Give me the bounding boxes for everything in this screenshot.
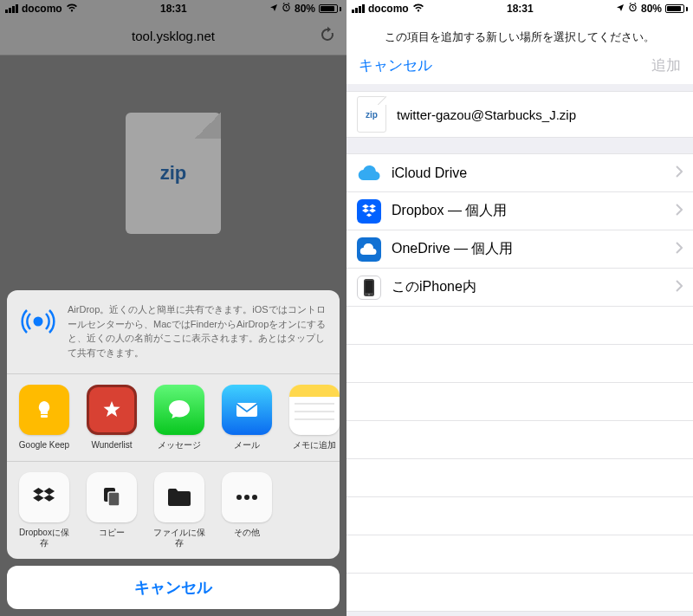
battery-icon bbox=[665, 4, 688, 13]
action-label: ファイルに保存 bbox=[151, 528, 208, 548]
signal-icon bbox=[352, 4, 365, 13]
share-app-messages[interactable]: メッセージ bbox=[151, 385, 208, 451]
share-actions-row[interactable]: Dropboxに保存 コピー ファイルに保存 その他 bbox=[7, 462, 340, 559]
zip-file-icon: zip bbox=[357, 96, 386, 133]
location-this-iphone[interactable]: このiPhone内 bbox=[346, 269, 693, 307]
location-label: Dropbox — 個人用 bbox=[392, 202, 664, 220]
share-app-notes[interactable]: メモに追加 bbox=[286, 385, 340, 451]
wifi-icon bbox=[412, 3, 424, 15]
location-label: このiPhone内 bbox=[392, 278, 664, 296]
iphone-icon bbox=[357, 276, 381, 300]
filename-label: twitter-gazou@Starbucks_J.zip bbox=[397, 107, 576, 122]
svg-rect-11 bbox=[366, 281, 373, 293]
location-icloud-drive[interactable]: iCloud Drive bbox=[346, 154, 693, 192]
share-app-mail[interactable]: メール bbox=[218, 385, 275, 451]
share-app-wunderlist[interactable]: Wunderlist bbox=[83, 385, 140, 451]
action-copy[interactable]: コピー bbox=[83, 472, 140, 548]
action-label: コピー bbox=[83, 528, 140, 538]
svg-rect-2 bbox=[41, 415, 48, 418]
location-label: OneDrive — 個人用 bbox=[392, 240, 664, 258]
share-app-google-keep[interactable]: Google Keep bbox=[16, 385, 73, 451]
icloud-icon bbox=[357, 161, 381, 185]
svg-point-12 bbox=[368, 294, 370, 295]
action-save-files[interactable]: ファイルに保存 bbox=[151, 472, 208, 548]
location-icon bbox=[616, 3, 625, 15]
status-bar: docomo 18:31 80% bbox=[346, 0, 693, 17]
cancel-button[interactable]: キャンセル bbox=[359, 55, 432, 75]
battery-label: 80% bbox=[641, 3, 662, 15]
airdrop-row[interactable]: AirDrop。近くの人と簡単に共有できます。iOSではコントロールセンターから… bbox=[7, 290, 340, 374]
files-save-location-screen: docomo 18:31 80% この項目を追加する新しい場所を選択してください… bbox=[346, 0, 693, 616]
share-sheet: AirDrop。近くの人と簡単に共有できます。iOSではコントロールセンターから… bbox=[7, 290, 340, 609]
action-more[interactable]: その他 bbox=[218, 472, 275, 548]
app-label: Google Keep bbox=[16, 440, 73, 451]
svg-rect-3 bbox=[236, 403, 257, 417]
onedrive-icon bbox=[357, 237, 381, 262]
app-label: Wunderlist bbox=[83, 440, 140, 451]
airdrop-icon bbox=[19, 302, 57, 360]
svg-rect-5 bbox=[108, 492, 120, 506]
app-label: メール bbox=[218, 440, 275, 451]
location-label: iCloud Drive bbox=[392, 165, 664, 181]
location-picker-header: この項目を追加する新しい場所を選択してください。 キャンセル 追加 bbox=[346, 17, 693, 84]
svg-point-6 bbox=[236, 495, 242, 500]
svg-point-1 bbox=[34, 317, 43, 327]
alarm-icon bbox=[628, 3, 638, 15]
airdrop-text: AirDrop。近くの人と簡単に共有できます。iOSではコントロールセンターから… bbox=[68, 302, 327, 360]
safari-share-sheet-screen: docomo 18:31 80% tool.ysklog.net bbox=[0, 0, 346, 616]
location-dropbox[interactable]: Dropbox — 個人用 bbox=[346, 192, 693, 230]
app-label: メッセージ bbox=[151, 440, 208, 451]
chevron-right-icon bbox=[675, 242, 683, 257]
action-label: Dropboxに保存 bbox=[16, 528, 73, 548]
locations-list: iCloud Drive Dropbox — 個人用 OneDrive — 個人… bbox=[346, 153, 693, 307]
add-button: 追加 bbox=[651, 55, 681, 75]
svg-point-8 bbox=[252, 495, 257, 500]
chevron-right-icon bbox=[675, 165, 683, 181]
action-save-dropbox[interactable]: Dropboxに保存 bbox=[16, 472, 73, 548]
clock-label: 18:31 bbox=[507, 3, 534, 15]
file-row: zip twitter-gazou@Starbucks_J.zip bbox=[346, 91, 693, 138]
location-onedrive[interactable]: OneDrive — 個人用 bbox=[346, 230, 693, 269]
svg-point-7 bbox=[244, 495, 249, 500]
help-text: この項目を追加する新しい場所を選択してください。 bbox=[359, 29, 681, 45]
chevron-right-icon bbox=[675, 280, 683, 295]
cancel-button[interactable]: キャンセル bbox=[7, 566, 340, 609]
empty-rows bbox=[346, 307, 693, 612]
action-label: その他 bbox=[218, 528, 275, 538]
chevron-right-icon bbox=[675, 204, 683, 219]
share-apps-row[interactable]: Google Keep Wunderlist メッセージ メール bbox=[7, 374, 340, 462]
carrier-label: docomo bbox=[368, 3, 409, 15]
dropbox-icon bbox=[357, 199, 381, 224]
app-label: メモに追加 bbox=[286, 440, 340, 451]
